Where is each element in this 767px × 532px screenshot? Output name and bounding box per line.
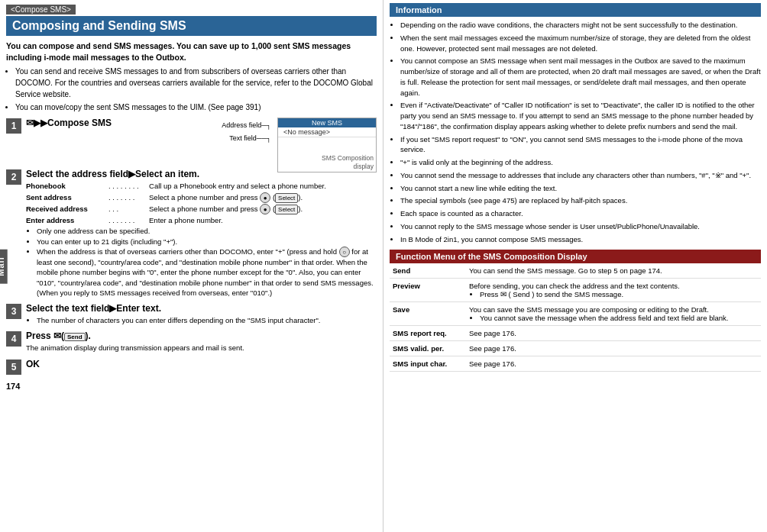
func-menu-table: SendYou can send the SMS message. Go to … <box>390 263 761 372</box>
info-header: Information <box>390 3 761 17</box>
left-content: <Compose SMS> Composing and Sending SMS … <box>0 0 383 532</box>
list-item: Only one address can be specified. <box>37 226 377 236</box>
func-menu-desc: You can send the SMS message. Go to step… <box>466 263 761 279</box>
sent-address-dots: . . . . . . . <box>108 192 149 204</box>
func-menu-header: Function Menu of the SMS Composition Dis… <box>390 250 761 263</box>
info-bullet-item: You cannot send the message to addresses… <box>400 170 761 181</box>
received-address-label: Received address <box>26 204 108 215</box>
list-item: You can enter up to 21 digits (including… <box>37 237 377 247</box>
step-5-content: OK <box>26 359 377 371</box>
left-panel: Mail <Compose SMS> Composing and Sending… <box>0 0 384 532</box>
sms-composition-box: New SMS <No message> SMS Compositiondisp… <box>277 118 377 172</box>
info-bullet-item: In B Mode of 2in1, you cannot compose SM… <box>400 234 761 245</box>
enter-address-dots: . . . . . . . <box>108 215 149 226</box>
select-icon: ● <box>260 192 270 203</box>
list-item: You can move/copy the sent SMS messages … <box>15 102 377 113</box>
phonebook-label: Phonebook <box>26 181 108 192</box>
list-item: When the address is that of overseas car… <box>37 247 377 298</box>
info-bullet-item: If you set "SMS report request" to "ON",… <box>400 134 761 156</box>
step-2: 2 Select the address field▶Select an ite… <box>0 167 383 299</box>
step-number-3: 3 <box>6 304 21 319</box>
sms-comp-address-row: <No message> <box>278 127 376 137</box>
step-number-4: 4 <box>6 331 21 347</box>
info-bullet-item: Depending on the radio wave conditions, … <box>400 20 761 31</box>
func-menu-desc: You can save the SMS message you are com… <box>466 301 761 325</box>
step-number-1: 1 <box>6 118 21 134</box>
step-3: 3 Select the text field▶Enter text. The … <box>0 301 383 327</box>
func-bullet-item: You cannot save the message when the add… <box>480 314 758 322</box>
address-field-label: Address field─┐ <box>222 121 271 129</box>
step-2-detail: Phonebook . . . . . . . . Call up a Phon… <box>26 181 377 298</box>
step-2-bullets: Only one address can be specified. You c… <box>26 226 377 298</box>
send-button-step4: Send <box>64 333 86 341</box>
sms-comp-header: New SMS <box>278 118 376 127</box>
compose-tag: <Compose SMS> <box>6 5 76 15</box>
step-4-content: Press ✉(Send). The animation display dur… <box>26 330 377 353</box>
intro-bullets: You can send and receive SMS messages to… <box>0 66 383 113</box>
info-bullet-item: Even if "Activate/Deactivate" of "Caller… <box>400 100 761 131</box>
right-panel: Information Depending on the radio wave … <box>384 0 767 532</box>
func-menu-row: SaveYou can save the SMS message you are… <box>390 301 761 325</box>
func-menu-row: PreviewBefore sending, you can check the… <box>390 278 761 301</box>
step-number-5: 5 <box>6 360 21 375</box>
received-address-desc: Select a phone number and press ● (Selec… <box>149 204 377 215</box>
sms-comp-caption: SMS Compositiondisplay <box>278 153 376 171</box>
step-3-title: Select the text field▶Enter text. <box>26 303 377 314</box>
info-bullet-item: You cannot start a new line while editin… <box>400 183 761 194</box>
func-menu-desc: See page 176. <box>466 340 761 356</box>
func-menu-label: SMS valid. per. <box>390 340 466 356</box>
sent-address-label: Sent address <box>26 192 108 204</box>
func-menu-label: Preview <box>390 278 466 301</box>
main-title: Composing and Sending SMS <box>6 16 377 36</box>
phonebook-dots: . . . . . . . . <box>108 181 149 192</box>
func-menu-label: SMS report req. <box>390 325 466 340</box>
list-item: You can send and receive SMS messages to… <box>15 66 377 100</box>
phonebook-desc: Call up a Phonebook entry and select a p… <box>149 181 377 192</box>
func-menu-label: Send <box>390 263 466 279</box>
func-menu-label: SMS input char. <box>390 356 466 371</box>
step-4-title: Press ✉(Send). <box>26 330 377 341</box>
info-bullet-item: "+" is valid only at the beginning of th… <box>400 157 761 168</box>
received-address-dots: . . . <box>108 204 149 215</box>
info-bullet-item: You cannot compose an SMS message when s… <box>400 56 761 98</box>
step-1: 1 ✉▶▶Compose SMS Address field─┐ Text fi… <box>0 116 383 165</box>
step-number-2: 2 <box>6 169 21 185</box>
mail-icon: ✉ <box>26 118 34 128</box>
info-bullet-item: When the sent mail messages exceed the m… <box>400 33 761 54</box>
select-icon-2: ● <box>260 204 270 214</box>
page-number: 174 <box>0 379 383 394</box>
info-bullet-item: The special symbols (see page 475) are r… <box>400 195 761 206</box>
func-menu-desc: Before sending, you can check the addres… <box>466 278 761 301</box>
mail-tab: Mail <box>0 249 8 283</box>
func-menu-row: SendYou can send the SMS message. Go to … <box>390 263 761 279</box>
text-field-label: Text field──┐ <box>229 134 271 142</box>
func-menu-desc: See page 176. <box>466 356 761 371</box>
func-menu-label: Save <box>390 301 466 325</box>
func-menu-desc: See page 176. <box>466 325 761 340</box>
step-2-content: Select the address field▶Select an item.… <box>26 169 377 298</box>
sms-composition-diagram: Address field─┐ Text field──┐ New SMS <N… <box>372 118 377 163</box>
func-menu-row: SMS report req.See page 176. <box>390 325 761 340</box>
info-bullet-item: You cannot reply to the SMS message whos… <box>400 221 761 232</box>
hold-icon: ○ <box>339 247 350 257</box>
step-4: 4 Press ✉(Send). The animation display d… <box>0 329 383 354</box>
func-menu-row: SMS input char.See page 176. <box>390 356 761 371</box>
func-menu-row: SMS valid. per.See page 176. <box>390 340 761 356</box>
list-item: The number of characters you can enter d… <box>37 315 377 325</box>
sent-address-desc: Select a phone number and press ● (Selec… <box>149 192 377 204</box>
info-bullet-item: Each space is counted as a character. <box>400 208 761 219</box>
step-3-content: Select the text field▶Enter text. The nu… <box>26 303 377 325</box>
sms-comp-address: <No message> <box>283 128 330 136</box>
select-btn-2: Select <box>275 205 298 214</box>
intro-text: You can compose and send SMS messages. Y… <box>0 40 383 63</box>
enter-address-label: Enter address <box>26 215 108 226</box>
step-5: 5 OK <box>0 357 383 376</box>
info-bullets-list: Depending on the radio wave conditions, … <box>384 20 767 245</box>
enter-address-desc: Enter a phone number. <box>149 215 377 226</box>
select-btn: Select <box>275 193 298 203</box>
step-4-desc: The animation display during transmissio… <box>26 343 377 353</box>
step-1-content: ✉▶▶Compose SMS Address field─┐ Text fiel… <box>26 118 377 163</box>
step-5-title: OK <box>26 359 377 369</box>
func-bullet-item: Press ✉ ( Send ) to send the SMS message… <box>480 290 758 298</box>
step-3-bullets: The number of characters you can enter d… <box>26 315 377 325</box>
